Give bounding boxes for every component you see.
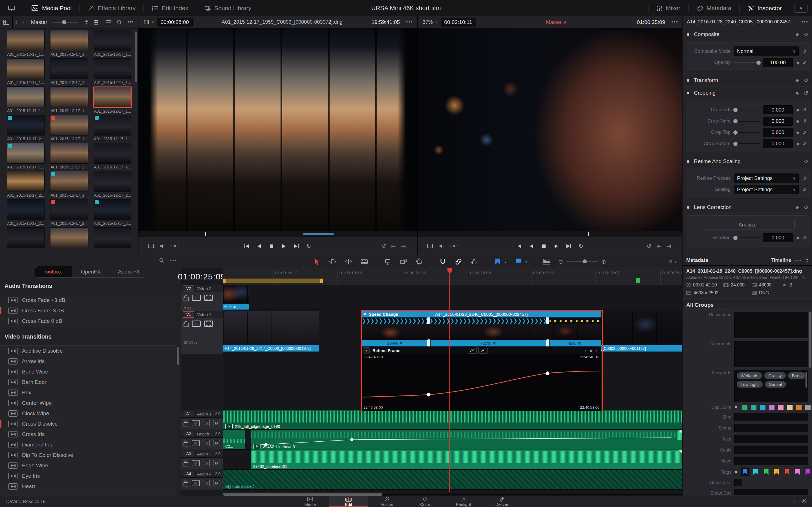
auto-select-icon[interactable]: ◇ bbox=[192, 460, 200, 466]
move-field[interactable] bbox=[734, 457, 808, 465]
tl-loop-icon[interactable]: ↻ bbox=[578, 243, 585, 249]
position-lock-toggle[interactable] bbox=[470, 258, 478, 266]
overwrite-clip-tool[interactable] bbox=[399, 258, 408, 266]
mark-out-icon[interactable]: ⇥ bbox=[401, 243, 406, 249]
dynamic-trim-tool[interactable] bbox=[344, 258, 353, 266]
transition-item[interactable]: Cross Iris bbox=[0, 429, 176, 439]
analyze-button[interactable]: Analyze bbox=[701, 220, 795, 230]
flag-swatch[interactable] bbox=[772, 468, 781, 476]
keywords-field[interactable]: WetlandsGrassyBirdsLow LightSunset bbox=[734, 370, 808, 402]
keywords-scrollbar[interactable] bbox=[806, 372, 807, 388]
settings-gear-icon[interactable] bbox=[802, 499, 807, 505]
description-field[interactable] bbox=[734, 312, 808, 338]
keyword-tag[interactable]: Wetlands bbox=[737, 372, 762, 379]
retime-section-header[interactable]: Retime And Scaling ↺ bbox=[683, 155, 812, 168]
mute-button[interactable]: M bbox=[213, 480, 220, 486]
media-clip[interactable]: A01_2015-12-17_2... bbox=[4, 115, 47, 143]
search-icon[interactable] bbox=[114, 19, 125, 25]
bin-list-toggle[interactable] bbox=[0, 16, 13, 28]
distortion-value[interactable]: 0.000 bbox=[763, 233, 793, 242]
clip-thumbnail[interactable] bbox=[50, 227, 88, 248]
timeline-viewer-options-icon[interactable]: ••• bbox=[667, 19, 682, 25]
flag-swatch[interactable] bbox=[741, 467, 749, 476]
clip-thumbnail[interactable] bbox=[7, 115, 45, 135]
timeline-viewer-image[interactable] bbox=[417, 29, 682, 231]
media-clip[interactable]: A01_2015-12-17_1... bbox=[4, 30, 47, 58]
media-clip[interactable]: A01_2015-12-17_1... bbox=[4, 58, 47, 87]
shot-field[interactable] bbox=[734, 413, 808, 421]
go-to-last-frame-icon[interactable] bbox=[293, 243, 300, 249]
flag-swatch[interactable] bbox=[783, 468, 791, 476]
linked-selection-toggle[interactable] bbox=[454, 258, 463, 266]
crop-slider[interactable] bbox=[734, 144, 760, 144]
inspector-options-icon[interactable]: ••• bbox=[799, 18, 808, 25]
selection-tool[interactable] bbox=[313, 258, 321, 266]
keyframe-icon[interactable]: ◆ bbox=[796, 119, 799, 123]
stop-icon[interactable] bbox=[268, 243, 275, 249]
track-id[interactable]: A3 bbox=[183, 451, 194, 457]
mute-button[interactable]: M bbox=[213, 420, 220, 426]
a4-clip-disabled[interactable]: city from inside 1 bbox=[223, 470, 682, 489]
a2-clip[interactable]: fx 39432_bluebeat-01 bbox=[251, 430, 682, 450]
curve-line-button[interactable] bbox=[478, 347, 488, 354]
clip-thumbnail[interactable] bbox=[50, 115, 88, 135]
media-clip[interactable]: A01_2015-12-17_1... bbox=[91, 58, 134, 87]
transition-item[interactable]: Clock Wipe bbox=[0, 408, 176, 418]
transition-item[interactable]: Eye Iris bbox=[0, 471, 176, 481]
tl-match-frame-icon[interactable]: ↺ bbox=[647, 243, 652, 249]
clip-thumbnail[interactable] bbox=[50, 87, 88, 107]
page-media[interactable]: Media bbox=[291, 496, 329, 507]
media-clip[interactable]: A01_2015-12-17_1... bbox=[4, 87, 47, 115]
section-enable-dot[interactable] bbox=[687, 92, 689, 94]
a2-clip-left[interactable]: C2... bbox=[223, 430, 245, 449]
timeline-zoom-slider[interactable] bbox=[566, 261, 598, 262]
page-deliver[interactable]: Deliver bbox=[483, 496, 521, 507]
keyframe-nav[interactable]: ‹ ◆ › bbox=[585, 348, 598, 353]
effects-options-icon[interactable]: ••• bbox=[170, 258, 177, 263]
page-edit[interactable]: Edit bbox=[329, 496, 368, 507]
reset-icon[interactable]: ↺ bbox=[802, 107, 806, 113]
home-icon[interactable]: ⌂ bbox=[794, 499, 797, 505]
timeline-aspect-icon[interactable] bbox=[427, 243, 434, 249]
transition-item[interactable]: Cross Dissolve bbox=[0, 418, 176, 429]
clip-thumbnail[interactable] bbox=[7, 87, 45, 107]
media-pool-toggle[interactable]: Media Pool bbox=[23, 0, 80, 16]
source-jog-bar[interactable] bbox=[139, 231, 417, 237]
clip-thumbnail[interactable] bbox=[94, 58, 132, 79]
crop-value[interactable]: 0.000 bbox=[763, 117, 793, 126]
speed-segment[interactable]: 42% ▼ bbox=[548, 340, 601, 346]
effects-search-icon[interactable] bbox=[159, 258, 164, 263]
effects-scrollbar[interactable] bbox=[177, 347, 179, 365]
lock-icon[interactable] bbox=[184, 297, 189, 301]
auto-select-icon[interactable]: ◇ bbox=[192, 440, 200, 446]
source-jog-control[interactable]: ‹ ● › bbox=[170, 243, 179, 249]
timeline-jog-bar[interactable] bbox=[417, 231, 682, 237]
source-aspect-icon[interactable] bbox=[148, 243, 155, 249]
thumbnail-size-slider[interactable] bbox=[52, 22, 79, 22]
play-reverse-icon[interactable] bbox=[256, 243, 262, 249]
reset-icon[interactable]: ↺ bbox=[804, 204, 808, 211]
transition-item[interactable]: Band Wipe bbox=[0, 367, 176, 377]
clear-color-icon[interactable]: ✕ bbox=[734, 405, 738, 410]
effects-tab[interactable]: Toolbox bbox=[34, 266, 72, 277]
shoot-day-field[interactable] bbox=[734, 489, 808, 495]
speed-handle[interactable] bbox=[427, 318, 430, 324]
sound-library-toggle[interactable]: Sound Library bbox=[196, 0, 259, 16]
source-options-icon[interactable]: ••• bbox=[402, 19, 417, 25]
track-enable-icon[interactable] bbox=[204, 321, 213, 327]
section-enable-dot[interactable] bbox=[687, 160, 689, 163]
auto-select-icon[interactable]: ◇ bbox=[192, 480, 200, 486]
lock-icon[interactable] bbox=[184, 323, 189, 327]
reset-icon[interactable]: ↺ bbox=[802, 59, 806, 66]
retime-curve-area[interactable]: 22:42:40:10 22:42:40:10 22:40:58:00 22:4… bbox=[362, 354, 601, 411]
transition-item[interactable]: Heart bbox=[0, 481, 176, 492]
speed-handle[interactable] bbox=[427, 339, 430, 347]
media-clip[interactable]: A01_2015-12-17_2... bbox=[4, 171, 47, 199]
media-clip[interactable] bbox=[47, 227, 91, 255]
retime-dropdown[interactable]: ▼ bbox=[363, 347, 370, 353]
transition-item[interactable]: Center Wipe bbox=[0, 398, 176, 408]
insert-clip-tool[interactable] bbox=[384, 258, 392, 266]
go-to-first-frame-icon[interactable] bbox=[243, 243, 250, 249]
clip-thumbnail[interactable] bbox=[94, 227, 132, 248]
clip-thumbnail[interactable] bbox=[93, 87, 132, 108]
